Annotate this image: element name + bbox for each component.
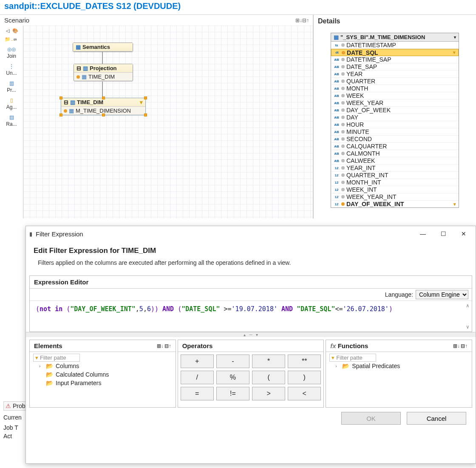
expression-textarea[interactable]: (not in ("DAY_OF_WEEK_INT",5,6)) AND ("D… <box>30 301 472 332</box>
column-list-header[interactable]: ▦ "_SYS_BI".M_TIME_DIMENSION ▾ <box>331 33 459 42</box>
column-row[interactable]: ABCALMONTH <box>331 150 459 157</box>
selection-handle[interactable] <box>60 113 62 116</box>
close-button[interactable]: ✕ <box>455 228 472 240</box>
operator-button[interactable]: * <box>252 355 285 368</box>
sidebar-item-join[interactable]: ◎◎ Join <box>1 44 22 60</box>
gripper-handle[interactable]: ▴ ─ ▾ <box>244 332 258 337</box>
selection-handle[interactable] <box>102 96 105 99</box>
union-icon: ⋮ <box>8 62 15 70</box>
status-ball-icon <box>341 137 345 141</box>
node-semantics[interactable]: ▦Semantics <box>73 43 133 52</box>
column-row[interactable]: ABDATE_SAP <box>331 63 459 71</box>
column-name: MINUTE <box>346 128 369 135</box>
tree-item[interactable]: ›📂Spatial Predicates <box>329 362 468 370</box>
ok-button[interactable]: OK <box>341 412 401 425</box>
column-row[interactable]: ABWEEK <box>331 92 459 99</box>
column-row[interactable]: 12DAY_OF_WEEK_INT▾ <box>331 201 459 207</box>
column-row[interactable]: 12MONTH_INT <box>331 179 459 186</box>
tree-item[interactable]: 📂Input Parameters <box>33 379 172 387</box>
sidebar-item-aggregation[interactable]: ▯ Ag... <box>1 95 22 111</box>
column-row[interactable]: 12WEEK_YEAR_INT <box>331 193 459 201</box>
link-icon[interactable]: ∞ <box>12 37 18 43</box>
operator-button[interactable]: > <box>252 387 285 400</box>
scenario-canvas[interactable]: ▦Semantics ⊟▥Projection ▦TIME_DIM ⊟▥TIME… <box>23 26 313 218</box>
collapse-icon[interactable]: ⊟↑ <box>303 17 309 23</box>
status-ball-icon <box>341 188 345 191</box>
dropdown-icon[interactable]: ▾ <box>454 35 456 40</box>
minimize-button[interactable]: — <box>414 228 431 240</box>
operator-button[interactable]: < <box>288 387 321 400</box>
column-row[interactable]: ABYEAR <box>331 71 459 78</box>
node-projection[interactable]: ⊟▥Projection ▦TIME_DIM <box>74 64 133 81</box>
filter-placeholder: Filter patte <box>40 355 66 361</box>
operator-button[interactable]: % <box>216 371 249 384</box>
column-row[interactable]: ABCALQUARTER <box>331 143 459 150</box>
act-label: Act <box>3 432 26 440</box>
column-row[interactable]: ABSECOND <box>331 136 459 143</box>
back-icon[interactable]: ◁ <box>5 28 11 34</box>
column-row[interactable]: ABMONTH <box>331 85 459 92</box>
column-row[interactable]: 12WEEK_INT <box>331 186 459 193</box>
column-list: ▦ "_SYS_BI".M_TIME_DIMENSION ▾ tsDATETIM… <box>331 33 459 208</box>
maximize-button[interactable]: ☐ <box>435 228 452 240</box>
elements-filter-input[interactable]: ▾Filter patte <box>33 354 80 362</box>
language-select[interactable]: Column Engine <box>416 290 468 299</box>
folder-icon: 📂 <box>46 380 53 386</box>
operator-button[interactable]: ) <box>288 371 321 384</box>
cancel-button[interactable]: Cancel <box>407 412 466 425</box>
sidebar-item-union[interactable]: ⋮ Un... <box>1 61 22 77</box>
column-name: HOUR <box>346 121 364 128</box>
column-name: CALMONTH <box>346 150 380 157</box>
operators-pane: Operators +-***/%()=!=>< <box>178 340 324 408</box>
selection-handle[interactable] <box>60 96 62 99</box>
column-row[interactable]: 12QUARTER_INT <box>331 172 459 179</box>
operator-button[interactable]: - <box>216 355 249 368</box>
expand-icon[interactable]: ⊞↓ <box>453 343 460 349</box>
column-row[interactable]: ABDAY <box>331 114 459 121</box>
sidebar-label: Ra... <box>6 121 17 127</box>
selection-handle[interactable] <box>144 113 147 116</box>
problems-tab[interactable]: ⚠Prob <box>3 401 26 411</box>
minus-icon[interactable]: ⊟ <box>76 65 81 71</box>
tree-item[interactable]: ›📂Columns <box>33 362 172 370</box>
operator-button[interactable]: != <box>216 387 249 400</box>
collapse-icon[interactable]: ⊟↑ <box>461 343 468 349</box>
type-badge: AB <box>334 94 340 98</box>
scroll-up-icon[interactable]: ∧ <box>466 303 469 309</box>
functions-filter-input[interactable]: ▾Filter patte <box>329 354 376 362</box>
operator-button[interactable]: / <box>181 371 214 384</box>
expand-icon[interactable]: ⊞↓ <box>157 343 164 349</box>
status-ball-icon <box>341 173 345 177</box>
column-row[interactable]: ABMINUTE <box>331 128 459 136</box>
column-row[interactable]: ABWEEK_YEAR <box>331 99 459 107</box>
node-timedim[interactable]: ⊟▥TIME_DIM▾ ▦M_TIME_DIMENSION <box>61 98 146 115</box>
column-name: SECOND <box>346 136 372 142</box>
operator-button[interactable]: = <box>181 387 214 400</box>
column-name: DAY <box>346 114 358 121</box>
column-row[interactable]: ABQUARTER <box>331 78 459 85</box>
column-row[interactable]: ABDATETIME_SAP <box>331 56 459 63</box>
output-port-icon <box>76 75 80 79</box>
selection-handle[interactable] <box>144 96 147 99</box>
scroll-down-icon[interactable]: ∨ <box>466 324 469 330</box>
column-row[interactable]: ABHOUR <box>331 121 459 128</box>
sidebar-item-rank[interactable]: ▤ Ra... <box>1 112 22 128</box>
operator-button[interactable]: + <box>181 355 214 368</box>
tree-item[interactable]: 📂Calculated Columns <box>33 370 172 379</box>
column-row[interactable]: dtDATE_SQL▾ <box>331 49 459 56</box>
selection-handle[interactable] <box>102 113 105 116</box>
collapse-icon[interactable]: ⊟↑ <box>164 343 171 349</box>
operator-button[interactable]: ( <box>252 371 285 384</box>
column-row[interactable]: tsDATETIMESTAMP <box>331 42 459 49</box>
expand-icon[interactable]: ⊞↓ <box>296 17 302 23</box>
palette-icon[interactable]: 🎨 <box>12 28 18 34</box>
semantics-icon: ▦ <box>76 44 81 50</box>
column-row[interactable]: 12YEAR_INT <box>331 165 459 172</box>
column-row[interactable]: ABDAY_OF_WEEK <box>331 107 459 114</box>
sidebar-item-projection[interactable]: ▥ Pr... <box>1 78 22 94</box>
folder-icon[interactable]: 📁… <box>5 37 11 43</box>
operator-button[interactable]: ** <box>288 355 321 368</box>
status-ball-icon <box>341 65 345 68</box>
minus-icon[interactable]: ⊟ <box>64 99 68 105</box>
column-row[interactable]: ABCALWEEK <box>331 157 459 165</box>
